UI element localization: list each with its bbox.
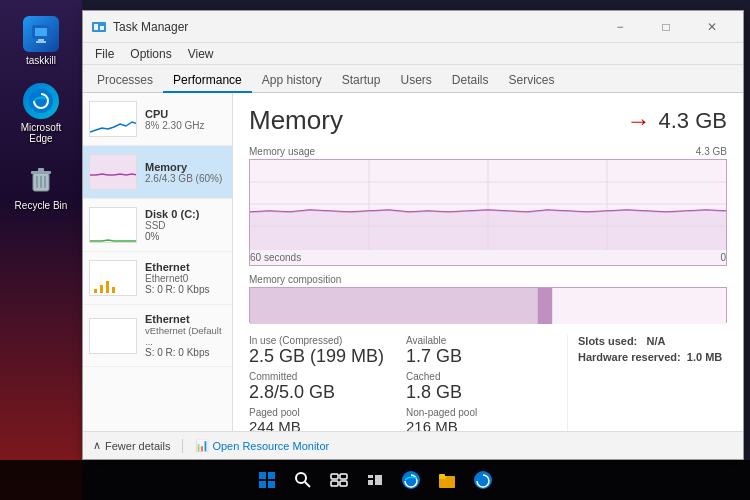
recycle-bin-icon[interactable]: Recycle Bin (5, 155, 77, 217)
edge-taskbar-button[interactable] (395, 464, 427, 496)
svg-rect-35 (552, 288, 726, 324)
svg-rect-37 (268, 472, 275, 479)
minimize-button[interactable]: − (597, 11, 643, 43)
svg-rect-47 (368, 480, 373, 485)
memory-content: Memory → 4.3 GB Memory usage 4.3 GB (233, 93, 743, 431)
nonpaged-label: Non-paged pool (406, 407, 547, 418)
paged-value: 244 MB (249, 418, 390, 431)
ethernet1-name: Ethernet (145, 261, 226, 273)
tab-processes[interactable]: Processes (87, 69, 163, 93)
chart-usage-label: Memory usage 4.3 GB (249, 146, 727, 157)
in-use-value: 2.5 GB (199 MB) (249, 346, 390, 367)
stat-available: Available 1.7 GB (406, 335, 547, 367)
svg-rect-43 (340, 474, 347, 479)
svg-rect-13 (100, 26, 104, 30)
ethernet2-name: Ethernet (145, 313, 226, 325)
comp-bar (249, 287, 727, 323)
disk-percent: 0% (145, 231, 226, 242)
memory-graph (89, 154, 137, 190)
widgets-button[interactable] (359, 464, 391, 496)
edge-label: Microsoft Edge (11, 122, 71, 144)
taskview-button[interactable] (323, 464, 355, 496)
menu-file[interactable]: File (87, 45, 122, 63)
tab-services[interactable]: Services (499, 69, 565, 93)
committed-value: 2.8/5.0 GB (249, 382, 390, 403)
menu-options[interactable]: Options (122, 45, 179, 63)
search-taskbar-button[interactable] (287, 464, 319, 496)
svg-rect-3 (36, 41, 46, 43)
tab-performance[interactable]: Performance (163, 69, 252, 93)
slots-value: N/A (646, 335, 665, 347)
arrow-icon: → (627, 107, 651, 135)
hardware-label: Hardware reserved: (578, 351, 681, 363)
available-label: Available (406, 335, 547, 346)
stats-container: In use (Compressed) 2.5 GB (199 MB) Avai… (249, 335, 727, 431)
ethernet1-info: Ethernet Ethernet0 S: 0 R: 0 Kbps (145, 261, 226, 295)
sidebar-cpu[interactable]: CPU 8% 2.30 GHz (83, 93, 232, 146)
task-manager-window: Task Manager − □ ✕ File Options View Pro… (82, 10, 744, 460)
footer: ∧ Fewer details 📊 Open Resource Monitor (83, 431, 743, 459)
cached-label: Cached (406, 371, 547, 382)
in-use-label: In use (Compressed) (249, 335, 390, 346)
available-value: 1.7 GB (406, 346, 547, 367)
main-content: CPU 8% 2.30 GHz Memory 2.6/4.3 GB (60%) (83, 93, 743, 431)
memory-name: Memory (145, 161, 226, 173)
slots-row: Slots used: N/A (578, 335, 727, 347)
hardware-row: Hardware reserved: 1.0 MB (578, 351, 727, 363)
svg-point-4 (29, 89, 53, 113)
tab-details[interactable]: Details (442, 69, 499, 93)
svg-rect-33 (250, 288, 538, 324)
taskmanager-icon (91, 19, 107, 35)
menu-view[interactable]: View (180, 45, 222, 63)
tab-startup[interactable]: Startup (332, 69, 391, 93)
sidebar-disk[interactable]: Disk 0 (C:) SSD 0% (83, 199, 232, 252)
ethernet2-detail: S: 0 R: 0 Kbps (145, 347, 226, 358)
disk-info: Disk 0 (C:) SSD 0% (145, 208, 226, 242)
fewer-details-button[interactable]: ∧ Fewer details (93, 439, 170, 452)
nonpaged-value: 216 MB (406, 418, 547, 431)
ethernet1-sub: Ethernet0 (145, 273, 226, 284)
svg-rect-12 (94, 24, 98, 30)
svg-rect-44 (331, 481, 338, 486)
memory-usage-chart: 60 seconds 0 (249, 159, 727, 266)
chart-area (250, 160, 726, 250)
start-button[interactable] (251, 464, 283, 496)
tab-users[interactable]: Users (390, 69, 441, 93)
svg-rect-21 (106, 281, 109, 293)
memory-detail: 2.6/4.3 GB (60%) (145, 173, 226, 184)
tab-app-history[interactable]: App history (252, 69, 332, 93)
committed-label: Committed (249, 371, 390, 382)
cpu-name: CPU (145, 108, 226, 120)
window-controls: − □ ✕ (597, 11, 735, 43)
stat-nonpaged: Non-paged pool 216 MB (406, 407, 547, 431)
svg-line-41 (305, 482, 310, 487)
taskkill-label: taskkill (26, 55, 56, 66)
svg-rect-14 (90, 102, 137, 137)
svg-rect-45 (340, 481, 347, 486)
svg-rect-39 (268, 481, 275, 488)
memory-composition-section: Memory composition (249, 274, 727, 323)
content-header: Memory → 4.3 GB (249, 105, 727, 136)
maximize-button[interactable]: □ (643, 11, 689, 43)
edge-icon-desktop[interactable]: Microsoft Edge (5, 77, 77, 150)
svg-rect-16 (90, 155, 137, 190)
sidebar-ethernet2[interactable]: Ethernet vEthernet (Default ... S: 0 R: … (83, 305, 232, 367)
stat-in-use: In use (Compressed) 2.5 GB (199 MB) (249, 335, 390, 367)
disk-name: Disk 0 (C:) (145, 208, 226, 220)
window-title: Task Manager (113, 20, 597, 34)
svg-rect-48 (375, 475, 382, 485)
edge2-taskbar-button[interactable] (467, 464, 499, 496)
close-button[interactable]: ✕ (689, 11, 735, 43)
sidebar-ethernet1[interactable]: Ethernet Ethernet0 S: 0 R: 0 Kbps (83, 252, 232, 305)
desktop: taskkill Microsoft Edge Recycle Bin (0, 0, 82, 500)
svg-rect-17 (90, 208, 137, 243)
ethernet2-graph (89, 318, 137, 354)
sidebar-memory[interactable]: Memory 2.6/4.3 GB (60%) (83, 146, 232, 199)
svg-rect-52 (439, 474, 445, 477)
explorer-button[interactable] (431, 464, 463, 496)
taskkill-icon[interactable]: taskkill (5, 10, 77, 72)
open-resource-monitor-link[interactable]: 📊 Open Resource Monitor (195, 439, 329, 452)
memory-usage-section: Memory usage 4.3 GB (249, 146, 727, 266)
cpu-detail: 8% 2.30 GHz (145, 120, 226, 131)
slots-label: Slots used: (578, 335, 637, 347)
